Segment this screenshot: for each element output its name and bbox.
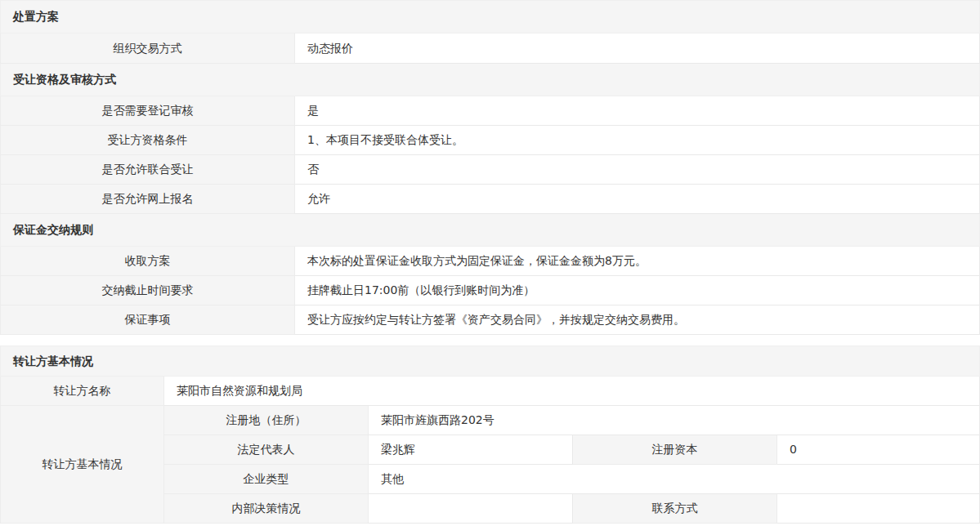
section-title: 受让资格及审核方式 (1, 64, 980, 96)
field-label-registered-address: 注册地（住所） (164, 406, 369, 435)
table-row: 转让方名称 莱阳市自然资源和规划局 (1, 377, 980, 406)
field-value-collection-plan: 本次标的处置保证金收取方式为固定保证金，保证金金额为8万元。 (295, 247, 980, 276)
field-label-transferor-basic-info-group: 转让方基本情况 (1, 406, 164, 524)
section-header-disposal-plan: 处置方案 (1, 1, 980, 33)
field-label-joint-transfer-allowed: 是否允许联合受让 (1, 155, 295, 185)
field-label-enterprise-type: 企业类型 (164, 465, 369, 494)
table-row: 是否允许网上报名 允许 (1, 185, 980, 214)
field-label-transferor-name: 转让方名称 (1, 377, 164, 406)
field-value-registered-capital: 0 (777, 435, 980, 465)
field-label-internal-decision: 内部决策情况 (164, 494, 369, 524)
table-row: 转让方基本情况 注册地（住所） 莱阳市旌旗西路202号 (1, 406, 980, 435)
field-value-registered-address: 莱阳市旌旗西路202号 (369, 406, 980, 435)
field-value-internal-decision (369, 494, 573, 524)
field-value-joint-transfer-allowed: 否 (295, 155, 980, 185)
table-row: 保证事项 受让方应按约定与转让方签署《资产交易合同》，并按规定交纳交易费用。 (1, 305, 980, 335)
field-label-online-signup-allowed: 是否允许网上报名 (1, 185, 295, 214)
field-label-registration-review: 是否需要登记审核 (1, 96, 295, 126)
field-label-qualification-conditions: 受让方资格条件 (1, 126, 295, 155)
section-title: 转让方基本情况 (1, 346, 980, 377)
field-label-collection-plan: 收取方案 (1, 247, 295, 276)
table-row: 交纳截止时间要求 挂牌截止日17:00前（以银行到账时间为准） (1, 276, 980, 305)
section-title: 处置方案 (1, 1, 980, 33)
field-value-contact-method (777, 494, 980, 524)
section-header-transferor-info: 转让方基本情况 (1, 346, 980, 377)
section-title: 保证金交纳规则 (1, 214, 980, 247)
table-row: 收取方案 本次标的处置保证金收取方式为固定保证金，保证金金额为8万元。 (1, 247, 980, 276)
field-value-trade-method: 动态报价 (295, 33, 980, 64)
field-label-registered-capital: 注册资本 (573, 435, 777, 465)
transferor-info-table: 转让方基本情况 转让方名称 莱阳市自然资源和规划局 转让方基本情况 注册地（住所… (0, 345, 980, 524)
field-value-qualification-conditions: 1、本项目不接受联合体受让。 (295, 126, 980, 155)
table-row: 是否允许联合受让 否 (1, 155, 980, 185)
field-label-contact-method: 联系方式 (573, 494, 777, 524)
disposal-info-table: 处置方案 组织交易方式 动态报价 受让资格及审核方式 是否需要登记审核 是 受让… (0, 0, 980, 335)
field-value-online-signup-allowed: 允许 (295, 185, 980, 214)
field-value-enterprise-type: 其他 (369, 465, 980, 494)
table-row: 受让方资格条件 1、本项目不接受联合体受让。 (1, 126, 980, 155)
table-row: 组织交易方式 动态报价 (1, 33, 980, 64)
field-label-legal-representative: 法定代表人 (164, 435, 369, 465)
field-label-trade-method: 组织交易方式 (1, 33, 295, 64)
field-label-payment-deadline: 交纳截止时间要求 (1, 276, 295, 305)
section-header-deposit-rules: 保证金交纳规则 (1, 214, 980, 247)
field-value-legal-representative: 梁兆辉 (369, 435, 573, 465)
section-header-transferee-qualification: 受让资格及审核方式 (1, 64, 980, 96)
table-gap (0, 335, 980, 345)
field-value-transferor-name: 莱阳市自然资源和规划局 (164, 377, 980, 406)
field-value-registration-review: 是 (295, 96, 980, 126)
field-value-guarantee-matters: 受让方应按约定与转让方签署《资产交易合同》，并按规定交纳交易费用。 (295, 305, 980, 335)
table-row: 是否需要登记审核 是 (1, 96, 980, 126)
field-label-guarantee-matters: 保证事项 (1, 305, 295, 335)
field-value-payment-deadline: 挂牌截止日17:00前（以银行到账时间为准） (295, 276, 980, 305)
